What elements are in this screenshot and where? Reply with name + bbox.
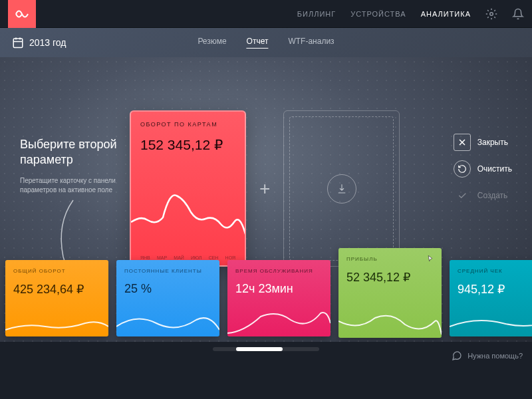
app-header: БИЛЛИНГ УСТРОЙСТВА АНАЛИТИКА	[0, 0, 532, 28]
instruction-title: Выберите второй параметр	[20, 137, 140, 168]
mini-card-title: ОБЩИЙ ОБОРОТ	[13, 268, 100, 274]
download-icon	[327, 174, 356, 203]
main-area: Выберите второй параметр Перетащите карт…	[0, 57, 532, 342]
mini-card-value: 25 %	[124, 282, 211, 296]
tab-wtf[interactable]: WTF-анализ	[288, 37, 334, 49]
mini-card-4[interactable]: СРЕДНИЙ ЧЕК945,12 ₽	[450, 260, 532, 336]
gear-icon[interactable]	[485, 8, 497, 20]
year-label: 2013 год	[29, 37, 66, 48]
mini-card-0[interactable]: ОБЩИЙ ОБОРОТ425 234,64 ₽	[5, 260, 108, 336]
mini-card-value: 12ч 23мин	[235, 282, 323, 296]
card-carousel[interactable]: ОБЩИЙ ОБОРОТ425 234,64 ₽ПОСТОЯННЫЕ КЛИЕН…	[0, 243, 532, 336]
mini-chart	[116, 307, 219, 336]
nav-billing[interactable]: БИЛЛИНГ	[297, 10, 336, 18]
footer: Нужна помощь?	[0, 342, 532, 370]
instruction-panel: Выберите второй параметр Перетащите карт…	[20, 137, 140, 195]
card-chart	[131, 186, 246, 245]
carousel-scrollbar[interactable]	[213, 347, 319, 351]
nav-devices[interactable]: УСТРОЙСТВА	[350, 10, 406, 18]
action-panel: Закрыть Очистить Создать	[454, 134, 512, 204]
mini-card-3[interactable]: ПРИБЫЛЬ52 345,12 ₽	[338, 248, 442, 338]
mini-card-title: СРЕДНИЙ ЧЕК	[458, 268, 532, 274]
mini-card-value: 52 345,12 ₽	[346, 270, 434, 285]
chat-icon	[452, 350, 462, 361]
check-icon	[454, 187, 471, 204]
instruction-subtitle: Перетащите карточку с панели параметров …	[20, 176, 140, 195]
mini-card-2[interactable]: ВРЕМЯ ОБСЛУЖИВАНИЯ12ч 23мин	[227, 260, 331, 336]
report-tabs: Резюме Отчет WTF-анализ	[198, 37, 334, 49]
nav-analytics[interactable]: АНАЛИТИКА	[421, 10, 471, 18]
mini-chart	[227, 307, 331, 336]
card-value: 152 345,12 ₽	[140, 137, 235, 153]
svg-rect-1	[13, 39, 23, 48]
create-button[interactable]: Создать	[454, 187, 512, 204]
bell-icon[interactable]	[512, 8, 524, 20]
svg-point-0	[490, 12, 493, 15]
logo[interactable]	[8, 0, 36, 28]
mini-card-title: ВРЕМЯ ОБСЛУЖИВАНИЯ	[235, 268, 323, 274]
close-button[interactable]: Закрыть	[454, 134, 512, 151]
mini-chart	[338, 308, 442, 338]
close-icon	[454, 134, 471, 151]
mini-chart	[5, 307, 108, 336]
mini-card-title: ПРИБЫЛЬ	[346, 256, 434, 262]
plus-icon: +	[259, 178, 270, 200]
card-title: ОБОРОТ ПО КАРТАМ	[140, 121, 235, 128]
year-selector[interactable]: 2013 год	[12, 37, 66, 49]
reset-icon	[454, 160, 471, 178]
subheader: 2013 год Резюме Отчет WTF-анализ	[0, 28, 532, 57]
scrollbar-thumb[interactable]	[236, 347, 283, 351]
clear-button[interactable]: Очистить	[454, 160, 512, 178]
mini-card-value: 945,12 ₽	[458, 282, 532, 297]
tab-report[interactable]: Отчет	[247, 37, 269, 49]
mini-chart	[450, 307, 532, 336]
cursor-icon	[426, 255, 435, 264]
mini-card-title: ПОСТОЯННЫЕ КЛИЕНТЫ	[124, 268, 211, 274]
help-button[interactable]: Нужна помощь?	[452, 350, 523, 361]
tab-resume[interactable]: Резюме	[198, 37, 226, 49]
mini-card-value: 425 234,64 ₽	[13, 282, 100, 297]
mini-card-1[interactable]: ПОСТОЯННЫЕ КЛИЕНТЫ25 %	[116, 260, 219, 336]
main-nav: БИЛЛИНГ УСТРОЙСТВА АНАЛИТИКА	[297, 8, 524, 20]
